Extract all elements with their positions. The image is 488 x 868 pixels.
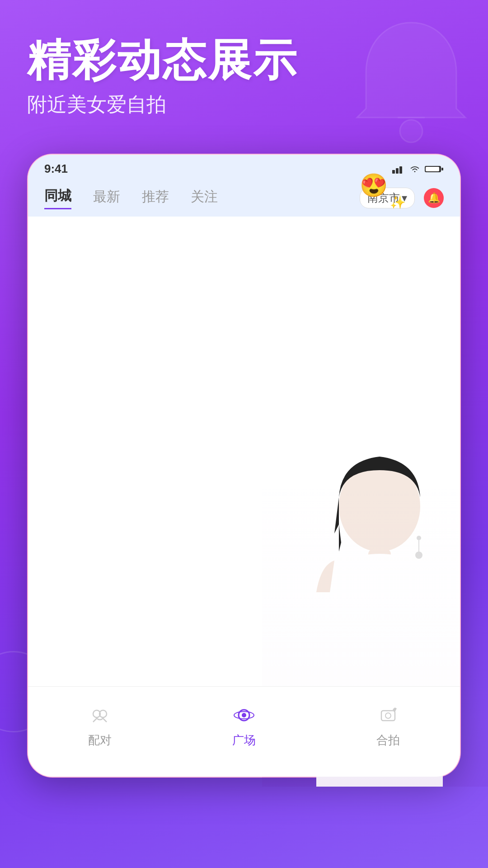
match-icon — [86, 702, 113, 729]
collab-label: 合拍 — [376, 732, 400, 748]
status-icons — [392, 165, 444, 174]
notification-bell[interactable]: 🔔 — [424, 188, 444, 208]
tab-zuixin[interactable]: 最新 — [93, 188, 120, 209]
battery-icon — [425, 165, 444, 174]
svg-rect-2 — [392, 170, 395, 174]
tab-tuijian[interactable]: 推荐 — [142, 188, 169, 209]
tab-guanzhu[interactable]: 关注 — [191, 188, 218, 209]
svg-rect-23 — [381, 711, 395, 721]
wifi-icon — [408, 165, 421, 174]
heart-eyes-emoji: 😍 — [360, 172, 388, 198]
tab-tongcheng[interactable]: 同城 — [44, 187, 71, 209]
plaza-icon — [230, 702, 258, 729]
svg-point-24 — [385, 713, 391, 718]
svg-point-21 — [242, 713, 246, 717]
status-bar: 9:41 — [28, 155, 460, 181]
svg-rect-4 — [399, 166, 402, 174]
svg-rect-3 — [396, 168, 399, 174]
main-title: 精彩动态展示 — [27, 36, 298, 84]
svg-point-0 — [400, 120, 422, 142]
nav-item-match[interactable]: 配对 — [86, 702, 113, 748]
nav-item-plaza[interactable]: 广场 — [230, 702, 258, 748]
svg-rect-6 — [441, 168, 443, 170]
nav-tabs: 同城 最新 推荐 关注 😍 ✨ 南京市 ▾ 🔔 — [28, 181, 460, 217]
sparkle-emoji: ✨ — [390, 195, 406, 210]
status-time: 9:41 — [44, 162, 68, 176]
plaza-label: 广场 — [232, 732, 256, 748]
bottom-nav: 配对 广场 合拍 — [28, 686, 460, 777]
signal-icon — [392, 165, 405, 174]
sub-title: 附近美女爱自拍 — [27, 91, 298, 118]
header-area: 精彩动态展示 附近美女爱自拍 — [27, 36, 298, 118]
match-label: 配对 — [88, 732, 112, 748]
svg-rect-7 — [426, 167, 439, 171]
collab-icon — [375, 702, 402, 729]
nav-item-collab[interactable]: 合拍 — [375, 702, 402, 748]
